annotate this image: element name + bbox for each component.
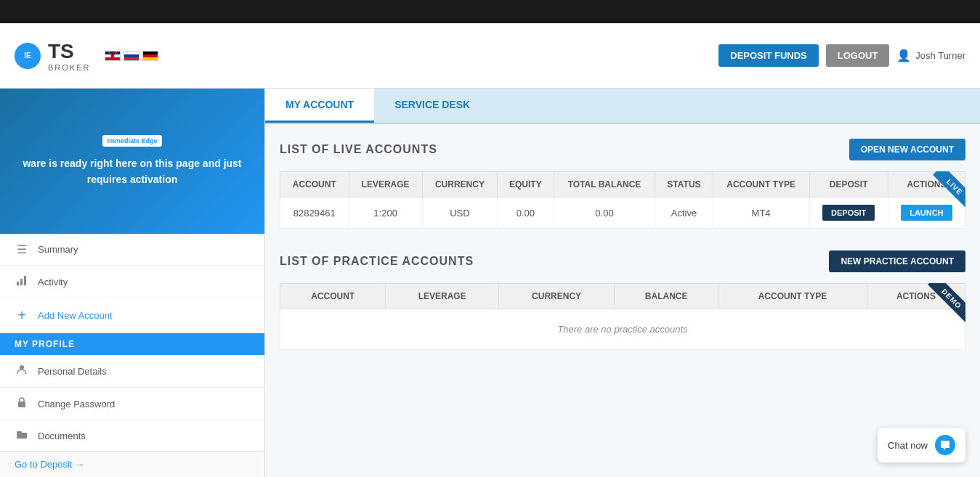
sidebar-item-label: Activity: [38, 277, 68, 288]
promo-text: ware is ready right here on this page an…: [15, 155, 250, 188]
sidebar-item-activity[interactable]: Activity: [0, 266, 264, 298]
activity-icon: [15, 274, 29, 289]
my-profile-header: MY PROFILE: [0, 333, 264, 355]
chat-widget[interactable]: Chat now: [878, 428, 965, 462]
cell-total-balance: 0.00: [554, 197, 655, 229]
logo-text: TS: [48, 40, 90, 63]
sidebar-item-summary[interactable]: ☰ Summary: [0, 234, 264, 266]
col-balance: BALANCE: [615, 284, 718, 309]
cell-deposit-btn: DEPOSIT: [809, 197, 888, 229]
main-content: MY ACCOUNT SERVICE DESK LIST OF LIVE ACC…: [265, 89, 980, 477]
col-account: ACCOUNT: [280, 172, 349, 197]
live-accounts-table: ACCOUNT LEVERAGE CURRENCY EQUITY TOTAL B…: [280, 171, 965, 229]
sidebar-item-label: Documents: [38, 431, 86, 441]
sidebar-item-label: Summary: [38, 244, 78, 255]
cell-status: Active: [655, 197, 713, 229]
table-row: 82829461 1:200 USD 0.00 0.00 Active MT4 …: [280, 197, 965, 229]
folder-icon: [15, 429, 29, 442]
cell-account-type: MT4: [713, 197, 809, 229]
live-badge-container: LIVE: [918, 171, 965, 219]
user-info: 👤 Josh Turner: [896, 49, 965, 62]
person-icon: [15, 364, 29, 378]
logo-icon: IE: [15, 43, 41, 69]
col-leverage: LEVERAGE: [349, 172, 422, 197]
practice-accounts-header: LIST OF PRACTICE ACCOUNTS NEW PRACTICE A…: [280, 250, 965, 272]
sidebar: Immediate Edge ware is ready right here …: [0, 89, 265, 477]
logo-area: IE TS BROKER: [15, 40, 158, 72]
col-account: ACCOUNT: [280, 284, 386, 309]
header: IE TS BROKER DEPOSIT FUNDS LOGOUT 👤 Josh…: [0, 23, 980, 89]
chat-label: Chat now: [888, 440, 928, 451]
col-deposit: DEPOSIT: [809, 172, 888, 197]
promo-logo: Immediate Edge: [102, 135, 161, 147]
top-bar: [0, 0, 980, 23]
language-flags: [105, 51, 158, 61]
empty-message: There are no practice accounts: [280, 309, 965, 350]
col-equity: EQUITY: [498, 172, 554, 197]
summary-icon: ☰: [15, 242, 29, 256]
table-header-row: ACCOUNT LEVERAGE CURRENCY BALANCE ACCOUN…: [280, 284, 965, 309]
tab-service-desk[interactable]: SERVICE DESK: [374, 89, 490, 123]
tab-bar: MY ACCOUNT SERVICE DESK: [265, 89, 980, 124]
col-currency: CURRENCY: [499, 284, 615, 309]
practice-accounts-title: LIST OF PRACTICE ACCOUNTS: [280, 255, 474, 268]
cell-currency: USD: [422, 197, 497, 229]
nav-section-main: ☰ Summary Activity + Add New Account: [0, 234, 264, 333]
table-empty-row: There are no practice accounts: [280, 309, 965, 350]
svg-rect-1: [20, 279, 23, 285]
tab-my-account[interactable]: MY ACCOUNT: [265, 89, 374, 123]
new-practice-account-button[interactable]: NEW PRACTICE ACCOUNT: [829, 250, 965, 272]
sidebar-item-label: Change Password: [38, 399, 115, 409]
table-header-row: ACCOUNT LEVERAGE CURRENCY EQUITY TOTAL B…: [280, 172, 965, 197]
demo-badge-container: DEMO: [918, 283, 965, 330]
svg-rect-4: [18, 401, 25, 407]
live-accounts-table-wrapper: LIVE ACCOUNT LEVERAGE CURRENCY EQUITY TO…: [280, 171, 965, 229]
header-right: DEPOSIT FUNDS LOGOUT 👤 Josh Turner: [718, 44, 965, 67]
live-badge: LIVE: [933, 171, 965, 209]
user-name: Josh Turner: [915, 50, 965, 61]
cell-equity: 0.00: [498, 197, 554, 229]
add-icon: +: [15, 307, 29, 324]
chat-bubble-icon: [935, 435, 955, 455]
cell-account: 82829461: [280, 197, 349, 229]
flag-de[interactable]: [142, 51, 158, 61]
deposit-funds-button[interactable]: DEPOSIT FUNDS: [718, 44, 818, 67]
nav-section-profile: Personal Details Change Password Documen…: [0, 355, 264, 452]
sidebar-item-personal-details[interactable]: Personal Details: [0, 355, 264, 388]
col-currency: CURRENCY: [422, 172, 497, 197]
sidebar-item-label: Personal Details: [38, 366, 107, 377]
col-total-balance: TOTAL BALANCE: [554, 172, 655, 197]
lock-icon: [15, 396, 29, 411]
sidebar-promo: Immediate Edge ware is ready right here …: [0, 89, 264, 234]
cell-leverage: 1:200: [349, 197, 422, 229]
content-area: LIST OF LIVE ACCOUNTS OPEN NEW ACCOUNT L…: [265, 124, 980, 386]
main-layout: Immediate Edge ware is ready right here …: [0, 89, 980, 477]
live-accounts-header: LIST OF LIVE ACCOUNTS OPEN NEW ACCOUNT: [280, 139, 965, 160]
logout-button[interactable]: LOGOUT: [826, 44, 890, 67]
svg-point-3: [20, 365, 24, 370]
sidebar-item-change-password[interactable]: Change Password: [0, 388, 264, 420]
svg-rect-0: [17, 282, 19, 285]
col-status: STATUS: [655, 172, 713, 197]
col-account-type: ACCOUNT TYPE: [718, 284, 867, 309]
goto-deposit-link[interactable]: Go to Deposit →: [0, 451, 264, 477]
open-new-account-button[interactable]: OPEN NEW ACCOUNT: [849, 139, 965, 160]
svg-rect-2: [24, 276, 26, 285]
live-accounts-title: LIST OF LIVE ACCOUNTS: [280, 143, 437, 156]
broker-label: BROKER: [48, 63, 90, 72]
col-leverage: LEVERAGE: [386, 284, 499, 309]
col-account-type: ACCOUNT TYPE: [713, 172, 809, 197]
flag-uk[interactable]: [105, 51, 121, 61]
practice-accounts-table-wrapper: DEMO ACCOUNT LEVERAGE CURRENCY BALANCE A…: [280, 283, 965, 350]
user-icon: 👤: [896, 49, 911, 62]
demo-badge: DEMO: [928, 283, 965, 322]
sidebar-item-label: Add New Account: [38, 310, 113, 321]
sidebar-item-add-account[interactable]: + Add New Account: [0, 298, 264, 333]
table-deposit-button[interactable]: DEPOSIT: [822, 205, 875, 221]
sidebar-item-documents[interactable]: Documents: [0, 420, 264, 452]
practice-accounts-table: ACCOUNT LEVERAGE CURRENCY BALANCE ACCOUN…: [280, 283, 965, 350]
flag-ru[interactable]: [123, 51, 139, 61]
